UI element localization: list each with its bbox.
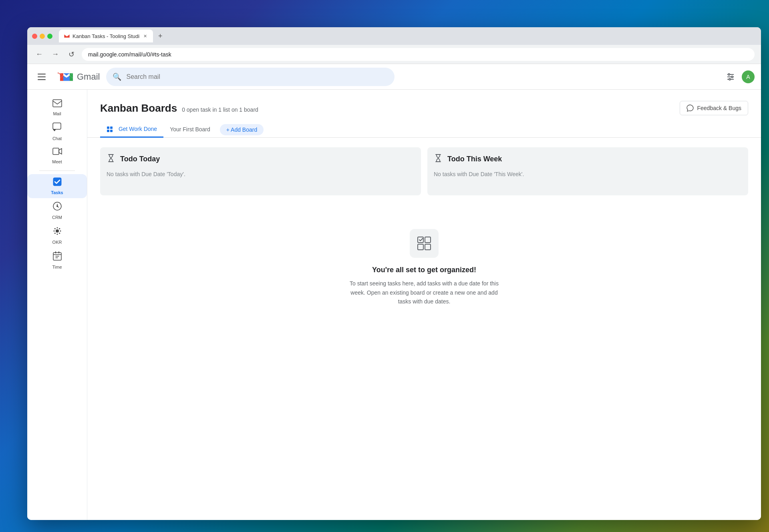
user-avatar[interactable]: A <box>742 70 755 83</box>
svg-rect-29 <box>110 130 113 132</box>
svg-point-7 <box>729 78 731 80</box>
gmail-icon <box>59 71 74 82</box>
sidebar-item-time[interactable]: Time <box>27 248 87 273</box>
svg-point-5 <box>731 76 733 78</box>
gmail-header: Gmail 🔍 A <box>27 64 761 90</box>
new-tab-btn[interactable]: + <box>155 30 166 42</box>
svg-rect-32 <box>418 244 423 250</box>
feedback-button[interactable]: Feedback & Bugs <box>680 101 748 115</box>
page-header: Kanban Boards 0 open task in 1 list on 1… <box>87 90 761 122</box>
traffic-lights <box>32 34 52 39</box>
chat-label: Chat <box>52 136 62 141</box>
tasks-label: Tasks <box>51 190 63 195</box>
hamburger-line <box>38 76 46 77</box>
sidebar-divider <box>39 171 75 171</box>
minimize-traffic-light[interactable] <box>40 34 45 39</box>
column-empty-today: No tasks with Due Date 'Today'. <box>107 169 415 179</box>
svg-point-13 <box>56 205 58 207</box>
sidebar-item-tasks[interactable]: Tasks <box>27 174 87 198</box>
tab-title: Kanban Tasks - Tooling Studi <box>72 33 139 39</box>
refresh-btn[interactable]: ↺ <box>66 49 77 60</box>
column-title-week: Todo This Week <box>447 155 502 163</box>
hourglass-icon-week <box>434 154 443 165</box>
close-traffic-light[interactable] <box>32 34 37 39</box>
crm-icon <box>52 201 62 213</box>
okr-label: OKR <box>52 240 62 245</box>
svg-rect-25 <box>58 251 59 253</box>
hamburger-line <box>38 74 46 74</box>
sidebar-item-crm[interactable]: CRM <box>27 198 87 223</box>
hamburger-menu[interactable] <box>34 69 50 85</box>
column-title-today: Todo Today <box>120 155 160 163</box>
tab-get-work-done-label: Get Work Done <box>119 126 157 132</box>
hamburger-line <box>38 79 46 80</box>
search-icon: 🔍 <box>113 72 121 81</box>
sidebar-item-mail[interactable]: Mail <box>27 96 87 119</box>
svg-point-16 <box>56 234 58 235</box>
meet-icon <box>52 147 62 158</box>
time-icon <box>53 251 62 263</box>
feedback-label: Feedback & Bugs <box>697 105 741 111</box>
svg-rect-10 <box>53 148 59 155</box>
okr-icon <box>52 226 62 238</box>
kanban-column-todo-today: Todo Today No tasks with Due Date 'Today… <box>100 147 421 195</box>
svg-point-19 <box>54 228 55 229</box>
maximize-traffic-light[interactable] <box>47 34 52 39</box>
svg-rect-8 <box>53 100 62 107</box>
tab-get-work-done[interactable]: Get Work Done <box>100 122 163 138</box>
gmail-sidebar: Mail Chat Meet <box>27 90 87 520</box>
empty-state: You're all set to get organized! To star… <box>87 205 761 330</box>
mail-label: Mail <box>53 111 61 116</box>
sidebar-item-okr[interactable]: OKR <box>27 223 87 248</box>
gmail-favicon <box>64 33 70 39</box>
empty-state-description: To start seeing tasks here, add tasks wi… <box>344 279 504 306</box>
header-right: A <box>723 69 755 85</box>
gmail-text: Gmail <box>77 72 100 82</box>
title-bar: Kanban Tasks - Tooling Studi ✕ + <box>27 27 761 45</box>
hourglass-icon-today <box>107 154 115 165</box>
tab-your-first-board[interactable]: Your First Board <box>163 122 217 138</box>
svg-point-22 <box>54 233 55 234</box>
svg-point-18 <box>60 231 61 232</box>
kanban-area: Todo Today No tasks with Due Date 'Today… <box>87 138 761 205</box>
url-bar[interactable] <box>82 48 755 61</box>
page-title-area: Kanban Boards 0 open task in 1 list on 1… <box>100 102 258 114</box>
sidebar-item-meet[interactable]: Meet <box>27 144 87 167</box>
gmail-logo: Gmail <box>56 71 100 82</box>
mail-icon <box>52 99 62 110</box>
kanban-column-todo-week: Todo This Week No tasks with Due Date 'T… <box>427 147 748 195</box>
svg-rect-33 <box>425 244 431 250</box>
search-input[interactable] <box>126 73 388 80</box>
browser-window: Kanban Tasks - Tooling Studi ✕ + ← → ↺ <box>27 27 761 520</box>
svg-point-14 <box>56 229 59 233</box>
svg-point-3 <box>728 74 730 75</box>
svg-point-21 <box>59 228 60 229</box>
settings-icon[interactable] <box>723 69 739 85</box>
svg-point-17 <box>53 231 54 232</box>
time-label: Time <box>52 265 62 269</box>
main-content: Kanban Boards 0 open task in 1 list on 1… <box>87 90 761 520</box>
column-empty-week: No tasks with Due Date 'This Week'. <box>434 169 742 179</box>
page-title: Kanban Boards <box>100 102 177 114</box>
svg-point-15 <box>56 227 58 229</box>
svg-rect-31 <box>425 237 431 243</box>
svg-point-20 <box>59 233 60 234</box>
page-subtitle: 0 open task in 1 list on 1 board <box>182 106 258 113</box>
sidebar-item-chat[interactable]: Chat <box>27 119 87 144</box>
empty-state-icon-container <box>410 229 439 258</box>
tab-close-btn[interactable]: ✕ <box>142 33 148 39</box>
search-bar[interactable]: 🔍 <box>106 68 395 86</box>
add-board-button[interactable]: + Add Board <box>220 124 264 135</box>
empty-state-title: You're all set to get organized! <box>372 266 476 274</box>
back-btn[interactable]: ← <box>34 49 45 60</box>
column-header-week: Todo This Week <box>434 154 742 165</box>
svg-rect-28 <box>107 130 109 132</box>
browser-tab-active[interactable]: Kanban Tasks - Tooling Studi ✕ <box>59 30 153 42</box>
svg-rect-26 <box>107 126 109 129</box>
forward-btn[interactable]: → <box>50 49 61 60</box>
empty-state-icon <box>416 235 432 251</box>
board-tab-nav: Get Work Done Your First Board + Add Boa… <box>87 122 761 138</box>
tab-your-first-board-label: Your First Board <box>170 126 210 132</box>
svg-rect-30 <box>418 237 423 243</box>
column-header-today: Todo Today <box>107 154 415 165</box>
